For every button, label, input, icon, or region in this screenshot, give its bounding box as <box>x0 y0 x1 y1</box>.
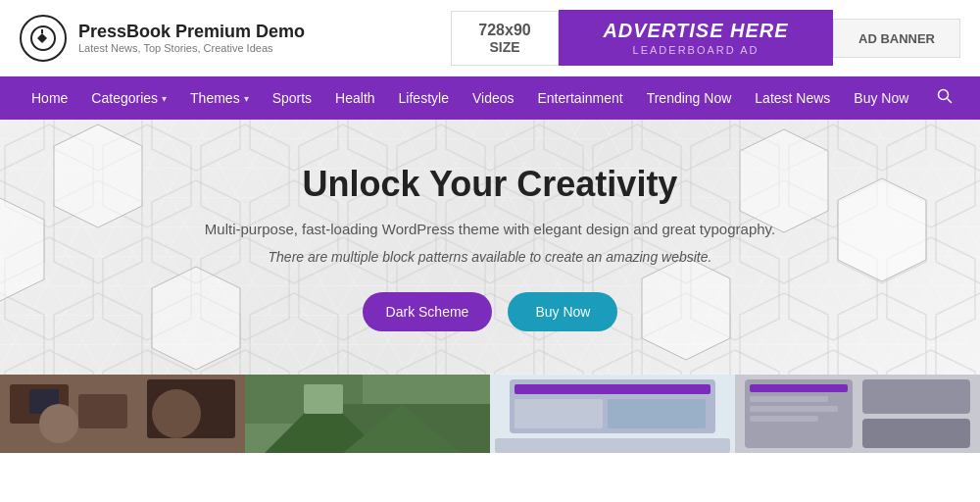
logo-text: PressBook Premium Demo Latest News, Top … <box>78 22 305 54</box>
nav-link-home[interactable]: Home <box>20 78 79 118</box>
ad-main-title: ADVERTISE HERE <box>588 20 804 42</box>
site-header: PressBook Premium Demo Latest News, Top … <box>0 0 980 76</box>
ad-size-sublabel: SIZE <box>471 39 538 55</box>
dark-scheme-button[interactable]: Dark Scheme <box>363 292 493 331</box>
svg-rect-32 <box>495 438 730 453</box>
thumbnail-strip <box>0 375 980 453</box>
nav-item-home[interactable]: Home <box>20 78 79 118</box>
logo-icon <box>20 15 67 62</box>
svg-point-19 <box>39 404 78 443</box>
nav-item-health[interactable]: Health <box>323 78 386 118</box>
svg-rect-39 <box>750 406 838 412</box>
svg-rect-26 <box>304 384 343 414</box>
svg-point-2 <box>939 90 949 100</box>
ad-size-box: 728x90 SIZE <box>451 11 559 66</box>
site-tagline: Latest News, Top Stories, Creative Ideas <box>78 42 305 54</box>
nav-link-health[interactable]: Health <box>323 78 386 118</box>
svg-rect-37 <box>750 384 848 392</box>
svg-rect-38 <box>750 396 828 402</box>
nav-link-entertainment[interactable]: Entertainment <box>526 78 635 118</box>
nav-item-buy-now[interactable]: Buy Now <box>842 78 920 118</box>
svg-rect-40 <box>750 416 818 422</box>
svg-rect-17 <box>78 394 127 428</box>
ad-main-box[interactable]: ADVERTISE HERE LEADERBOARD AD <box>559 10 833 66</box>
hero-italic-text: There are multiple block patterns availa… <box>205 249 775 265</box>
nav-link-trending[interactable]: Trending Now <box>635 78 744 118</box>
nav-link-latest-news[interactable]: Latest News <box>743 78 842 118</box>
nav-link-themes[interactable]: Themes ▾ <box>178 78 261 118</box>
themes-chevron-icon: ▾ <box>244 93 249 104</box>
nav-item-entertainment[interactable]: Entertainment <box>526 78 635 118</box>
site-title: PressBook Premium Demo <box>78 22 305 42</box>
hero-content: Unlock Your Creativity Multi-purpose, fa… <box>205 164 775 331</box>
nav-link-sports[interactable]: Sports <box>261 78 323 118</box>
svg-rect-35 <box>862 379 970 414</box>
nav-item-trending[interactable]: Trending Now <box>635 78 744 118</box>
svg-rect-29 <box>514 384 710 394</box>
nav-item-latest-news[interactable]: Latest News <box>743 78 842 118</box>
thumbnail-2[interactable] <box>245 375 490 453</box>
svg-rect-31 <box>608 399 706 428</box>
svg-marker-10 <box>838 178 926 281</box>
ad-size-label: 728x90 <box>471 22 538 39</box>
nav-item-videos[interactable]: Videos <box>461 78 526 118</box>
categories-chevron-icon: ▾ <box>162 93 167 104</box>
hero-section: Unlock Your Creativity Multi-purpose, fa… <box>0 120 980 375</box>
nav-item-lifestyle[interactable]: Lifestyle <box>387 78 461 118</box>
search-icon[interactable] <box>929 80 960 116</box>
svg-rect-30 <box>514 399 603 428</box>
hero-subtitle: Multi-purpose, fast-loading WordPress th… <box>205 221 775 237</box>
nav-link-categories[interactable]: Categories ▾ <box>79 78 178 118</box>
thumbnail-1[interactable] <box>0 375 245 453</box>
logo-area: PressBook Premium Demo Latest News, Top … <box>20 15 305 62</box>
nav-link-videos[interactable]: Videos <box>461 78 526 118</box>
ad-label-box: AD BANNER <box>833 19 960 58</box>
hero-buttons: Dark Scheme Buy Now <box>205 292 775 331</box>
svg-point-20 <box>152 389 201 438</box>
nav-item-categories[interactable]: Categories ▾ <box>79 78 178 118</box>
hero-title: Unlock Your Creativity <box>205 164 775 205</box>
ad-main-subtitle: LEADERBOARD AD <box>588 44 804 56</box>
ad-label: AD BANNER <box>858 31 935 46</box>
svg-rect-36 <box>862 419 970 448</box>
nav-link-lifestyle[interactable]: Lifestyle <box>387 78 461 118</box>
nav-item-themes[interactable]: Themes ▾ <box>178 78 261 118</box>
main-nav: Home Categories ▾ Themes ▾ Sports Health <box>0 76 980 120</box>
svg-marker-8 <box>54 125 142 227</box>
svg-line-3 <box>948 99 953 104</box>
ad-banner-area: 728x90 SIZE ADVERTISE HERE LEADERBOARD A… <box>451 10 960 66</box>
nav-items-list: Home Categories ▾ Themes ▾ Sports Health <box>20 78 929 118</box>
thumbnail-4[interactable] <box>735 375 980 453</box>
nav-item-sports[interactable]: Sports <box>261 78 323 118</box>
buy-now-button[interactable]: Buy Now <box>508 292 617 331</box>
thumbnail-3[interactable] <box>490 375 735 453</box>
nav-link-buy-now[interactable]: Buy Now <box>842 78 920 118</box>
